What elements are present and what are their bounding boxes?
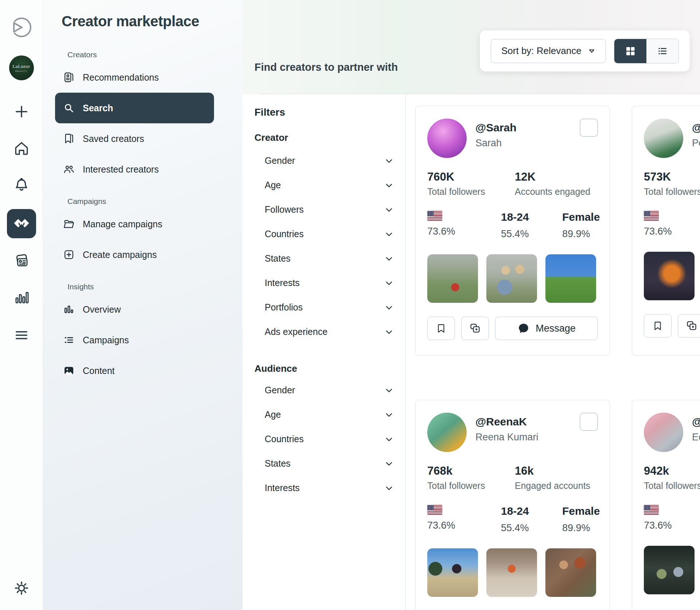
bar-chart-icon [63, 304, 75, 315]
creator-card: @ReenaK Reena Kumari 768kTotal followers… [415, 400, 610, 610]
creator-handle[interactable]: @ [692, 121, 700, 134]
sidebar-item-label: Overview [83, 304, 121, 315]
chevron-down-icon [384, 254, 394, 263]
sort-by-button[interactable]: Sort by: Relevance [491, 39, 606, 63]
content-thumbnail[interactable] [427, 254, 478, 303]
filter-row-audience-countries[interactable]: Countries [254, 427, 394, 451]
sidebar-item-campaigns-insights[interactable]: Campaigns [55, 325, 214, 355]
chevron-down-icon [384, 459, 394, 468]
filter-label: States [265, 458, 291, 469]
sidebar-item-content[interactable]: Content [55, 355, 214, 386]
search-icon [63, 102, 75, 114]
country-percent: 73.6% [427, 520, 501, 531]
notifications-icon[interactable] [14, 177, 29, 193]
portfolio-button[interactable] [461, 317, 489, 340]
content-thumbnail[interactable] [486, 254, 537, 303]
followers-label: Total followers [427, 480, 515, 491]
engaged-label: Accounts engaged [515, 186, 598, 197]
filter-row-audience-age[interactable]: Age [254, 402, 394, 427]
filter-label: Gender [265, 155, 295, 166]
filter-row-audience-gender[interactable]: Gender [254, 378, 394, 402]
filter-row-creator-gender[interactable]: Gender [254, 148, 394, 173]
save-creator-button[interactable] [427, 317, 455, 340]
content-thumbnail[interactable] [545, 254, 596, 303]
gender-value: Female [562, 211, 600, 223]
select-checkbox[interactable] [580, 119, 598, 137]
sidebar-item-saved-creators[interactable]: Saved creators [55, 123, 214, 154]
sidebar-item-search[interactable]: Search [55, 93, 214, 123]
settings-gear-icon[interactable] [13, 580, 30, 596]
workspace-avatar[interactable]: LaLueur BEAUTY [9, 55, 34, 80]
filter-row-creator-countries[interactable]: Countries [254, 222, 394, 246]
content-thumbnail[interactable] [486, 548, 537, 597]
filter-group-creator: Creator [254, 132, 394, 143]
sort-toolbar: Sort by: Relevance [480, 30, 690, 72]
list-view-button[interactable] [646, 39, 678, 63]
portfolio-button[interactable] [678, 314, 700, 337]
content-thumbnail[interactable] [545, 548, 596, 597]
section-label-insights: Insights [67, 282, 226, 291]
sidebar-item-interested-creators[interactable]: Interested creators [55, 154, 214, 185]
filter-row-creator-portfolios[interactable]: Portfolios [254, 295, 394, 320]
partnerships-icon-active[interactable] [7, 209, 36, 238]
bookmark-icon [63, 133, 75, 144]
chevron-down-icon [384, 327, 394, 337]
filter-label: Age [265, 180, 281, 190]
age-range: 18-24 [501, 211, 562, 223]
creator-avatar[interactable] [427, 119, 467, 158]
filter-row-creator-states[interactable]: States [254, 246, 394, 271]
section-heading: Find creators to partner with [254, 61, 398, 73]
grid-icon [625, 46, 636, 57]
filter-row-audience-states[interactable]: States [254, 451, 394, 476]
sidebar-item-label: Manage campaigns [83, 219, 162, 229]
content-thumbnail[interactable] [644, 252, 695, 300]
insights-chart-icon[interactable] [14, 290, 29, 305]
ads-cards-icon[interactable] [14, 253, 29, 269]
message-label: Message [536, 323, 576, 334]
followers-value: 760K [427, 170, 515, 184]
us-flag-icon [644, 211, 659, 221]
filter-row-audience-interests[interactable]: Interests [254, 476, 394, 500]
save-creator-button[interactable] [644, 314, 672, 337]
creator-avatar[interactable] [427, 413, 467, 452]
creator-avatar[interactable] [644, 119, 683, 158]
followers-value: 573K [644, 170, 700, 184]
menu-icon[interactable] [14, 328, 29, 342]
people-icon [63, 163, 75, 175]
creator-handle[interactable]: @Sarah [475, 121, 517, 134]
icon-rail: LaLueur BEAUTY [0, 0, 43, 610]
sidebar-item-label: Saved creators [83, 134, 144, 144]
age-percent: 55.4% [501, 522, 562, 534]
filter-label: States [265, 253, 291, 264]
filter-row-creator-interests[interactable]: Interests [254, 271, 394, 295]
content-thumbnail[interactable] [644, 546, 695, 594]
age-range: 18-24 [501, 505, 562, 517]
engaged-value: 16k [515, 464, 598, 478]
add-icon[interactable] [14, 104, 29, 119]
sidebar-item-manage-campaigns[interactable]: Manage campaigns [55, 209, 214, 239]
sidebar-item-recommendations[interactable]: Recommendations [55, 62, 214, 93]
workspace-subtitle: BEAUTY [15, 70, 27, 72]
section-label-creators: Creators [67, 50, 226, 59]
chevron-down-icon [384, 278, 394, 288]
app-logo-icon[interactable] [9, 15, 34, 39]
message-button[interactable]: Message [495, 317, 598, 340]
filter-row-creator-age[interactable]: Age [254, 173, 394, 197]
creator-card: @Sarah Sarah 760KTotal followers 12KAcco… [415, 106, 610, 356]
creator-avatar[interactable] [644, 413, 683, 452]
filter-row-creator-followers[interactable]: Followers [254, 197, 394, 222]
filter-row-creator-ads-experience[interactable]: Ads experience [254, 320, 394, 344]
us-flag-icon [427, 211, 442, 221]
select-checkbox[interactable] [580, 413, 598, 431]
sidebar-item-create-campaigns[interactable]: Create campaigns [55, 239, 214, 270]
home-icon[interactable] [14, 141, 29, 156]
creator-handle[interactable]: @ReenaK [475, 416, 538, 428]
grid-view-button[interactable] [614, 39, 646, 63]
followers-value: 768k [427, 464, 515, 478]
chevron-down-icon [384, 156, 394, 166]
sidebar-item-overview[interactable]: Overview [55, 294, 214, 325]
content-thumbnail[interactable] [427, 548, 478, 597]
chevron-down-icon [384, 386, 394, 395]
creator-handle[interactable]: @ [692, 416, 700, 428]
sidebar-item-label: Recommendations [83, 72, 159, 83]
